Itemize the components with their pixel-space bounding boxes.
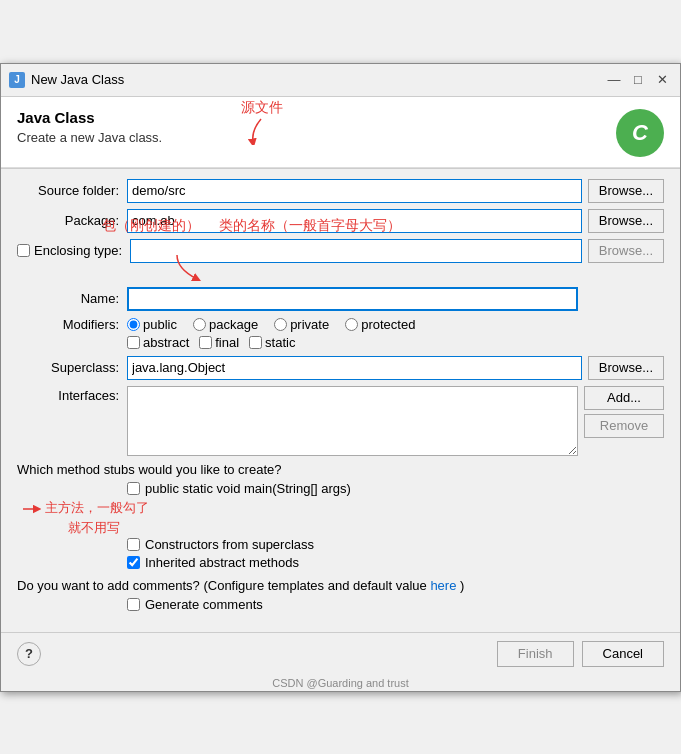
stub-inherited-label: Inherited abstract methods: [145, 555, 299, 570]
source-folder-browse-button[interactable]: Browse...: [588, 179, 664, 203]
modifier-public-option[interactable]: public: [127, 317, 177, 332]
stub-main-option[interactable]: public static void main(String[] args): [127, 481, 664, 496]
superclass-browse-button[interactable]: Browse...: [588, 356, 664, 380]
stub-main-checkbox[interactable]: [127, 482, 140, 495]
dialog-icon: J: [9, 72, 25, 88]
stub-main-wrapper: public static void main(String[] args) 主…: [17, 481, 664, 537]
modifier-static-option[interactable]: static: [249, 335, 295, 350]
modifier-final-option[interactable]: final: [199, 335, 239, 350]
superclass-label: Superclass:: [17, 360, 127, 375]
stub-inherited-option[interactable]: Inherited abstract methods: [127, 555, 664, 570]
package-row: Package: Browse...: [17, 209, 664, 233]
title-controls: — □ ✕: [604, 70, 672, 90]
modifiers-row-1: Modifiers: public package private: [17, 317, 664, 332]
comments-section: Do you want to add comments? (Configure …: [17, 578, 664, 612]
name-label: Name:: [17, 291, 127, 306]
stub-constructors-label: Constructors from superclass: [145, 537, 314, 552]
header-text: Java Class Create a new Java class.: [17, 109, 162, 145]
modifiers-section: Modifiers: public package private: [17, 317, 664, 350]
modifier-static-label: static: [265, 335, 295, 350]
modifier-abstract-checkbox[interactable]: [127, 336, 140, 349]
modifier-protected-option[interactable]: protected: [345, 317, 415, 332]
spacer1: [17, 269, 664, 287]
annotation-src: 源文件: [241, 99, 283, 145]
cancel-button[interactable]: Cancel: [582, 641, 664, 667]
enclosing-type-browse-button[interactable]: Browse...: [588, 239, 664, 263]
enclosing-type-checkbox[interactable]: [17, 244, 30, 257]
modifier-protected-label: protected: [361, 317, 415, 332]
main-annotation-arrow: [21, 499, 41, 519]
header-subtitle: Create a new Java class.: [17, 130, 162, 145]
form-body: Source folder: Browse... Package: Browse…: [1, 169, 680, 632]
name-input[interactable]: [127, 287, 578, 311]
modifier-private-label: private: [290, 317, 329, 332]
interfaces-textarea[interactable]: [127, 386, 578, 456]
footer-action-buttons: Finish Cancel: [497, 641, 664, 667]
header-title: Java Class: [17, 109, 162, 126]
modifiers-row-2: abstract final static: [17, 335, 664, 350]
help-button[interactable]: ?: [17, 642, 41, 666]
interfaces-add-button[interactable]: Add...: [584, 386, 664, 410]
generate-comments-label: Generate comments: [145, 597, 263, 612]
modifier-final-checkbox[interactable]: [199, 336, 212, 349]
dialog-title: New Java Class: [31, 72, 124, 87]
modifier-private-option[interactable]: private: [274, 317, 329, 332]
modifier-abstract-option[interactable]: abstract: [127, 335, 189, 350]
generate-comments-option[interactable]: Generate comments: [127, 597, 664, 612]
interfaces-label: Interfaces:: [17, 386, 127, 403]
name-row: Name:: [17, 287, 664, 311]
comments-here-link[interactable]: here: [430, 578, 456, 593]
superclass-row: Superclass: Browse...: [17, 356, 664, 380]
modifier-static-checkbox[interactable]: [249, 336, 262, 349]
title-bar-left: J New Java Class: [9, 72, 124, 88]
enclosing-type-label: Enclosing type:: [34, 243, 122, 258]
modifiers-label: Modifiers:: [17, 317, 127, 332]
source-folder-label: Source folder:: [17, 183, 127, 198]
modifier-private-radio[interactable]: [274, 318, 287, 331]
interface-buttons: Add... Remove: [584, 386, 664, 438]
annotation-src-arrow: [241, 117, 281, 145]
stub-constructors-checkbox[interactable]: [127, 538, 140, 551]
modifiers-radio-group: public package private protected: [127, 317, 664, 332]
modifiers-checkbox-group: abstract final static: [127, 335, 295, 350]
modifier-final-label: final: [215, 335, 239, 350]
stub-inherited-checkbox[interactable]: [127, 556, 140, 569]
interfaces-remove-button[interactable]: Remove: [584, 414, 664, 438]
logo-icon: C: [616, 109, 664, 157]
stub-main-label: public static void main(String[] args): [145, 481, 351, 496]
package-label: Package:: [17, 213, 127, 228]
interfaces-row: Interfaces: Add... Remove: [17, 386, 664, 456]
stubs-section: Which method stubs would you like to cre…: [17, 462, 664, 570]
modifier-protected-radio[interactable]: [345, 318, 358, 331]
package-input[interactable]: [127, 209, 582, 233]
modifier-package-radio[interactable]: [193, 318, 206, 331]
enclosing-type-row: Enclosing type: Browse... 包（刚创建的） 类的名称（一…: [17, 239, 664, 263]
enclosing-type-input[interactable]: [130, 239, 582, 263]
modifier-package-option[interactable]: package: [193, 317, 258, 332]
modifier-package-label: package: [209, 317, 258, 332]
finish-button[interactable]: Finish: [497, 641, 574, 667]
generate-comments-checkbox[interactable]: [127, 598, 140, 611]
modifier-public-label: public: [143, 317, 177, 332]
csdn-credit: CSDN @Guarding and trust: [1, 675, 680, 691]
modifier-public-radio[interactable]: [127, 318, 140, 331]
header-section: Java Class Create a new Java class. 源文件 …: [1, 97, 680, 168]
stubs-question: Which method stubs would you like to cre…: [17, 462, 664, 477]
minimize-button[interactable]: —: [604, 70, 624, 90]
annotation-src-text: 源文件: [241, 99, 283, 115]
footer: ? Finish Cancel: [1, 632, 680, 675]
maximize-button[interactable]: □: [628, 70, 648, 90]
superclass-input[interactable]: [127, 356, 582, 380]
new-java-class-dialog: J New Java Class — □ ✕ Java Class Create…: [0, 63, 681, 692]
comments-question: Do you want to add comments? (Configure …: [17, 578, 664, 593]
stub-constructors-option[interactable]: Constructors from superclass: [127, 537, 664, 552]
close-button[interactable]: ✕: [652, 70, 672, 90]
modifier-abstract-label: abstract: [143, 335, 189, 350]
source-folder-input[interactable]: [127, 179, 582, 203]
title-bar: J New Java Class — □ ✕: [1, 64, 680, 97]
source-folder-row: Source folder: Browse...: [17, 179, 664, 203]
package-browse-button[interactable]: Browse...: [588, 209, 664, 233]
